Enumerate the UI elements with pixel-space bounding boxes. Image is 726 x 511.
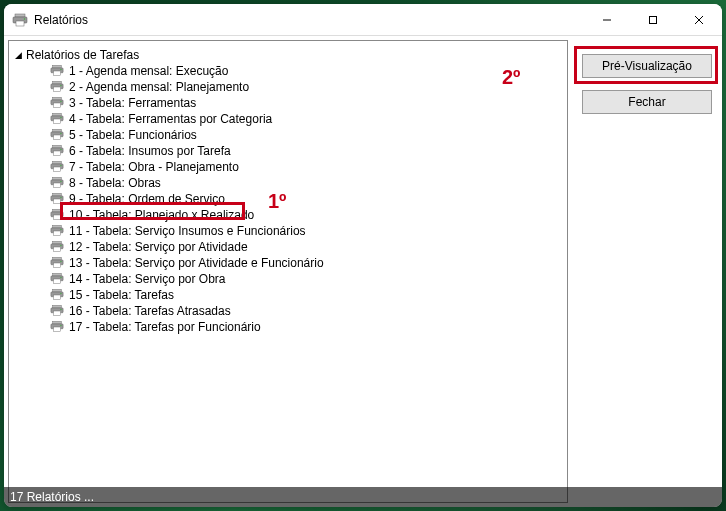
svg-rect-60 <box>53 273 62 276</box>
maximize-button[interactable] <box>630 4 676 36</box>
svg-rect-52 <box>53 241 62 244</box>
svg-rect-14 <box>54 87 61 91</box>
tree-item-label: 9 - Tabela: Ordem de Serviço <box>69 192 225 207</box>
tree-item-label: 5 - Tabela: Funcionários <box>69 128 197 143</box>
close-dialog-button[interactable]: Fechar <box>582 90 712 114</box>
svg-rect-30 <box>54 151 61 155</box>
svg-rect-64 <box>53 289 62 292</box>
chevron-down-icon[interactable]: ◢ <box>15 50 22 60</box>
preview-button[interactable]: Pré-Visualização <box>582 54 712 78</box>
annotation-step2-label: 2º <box>502 66 520 89</box>
svg-point-19 <box>60 101 61 102</box>
svg-rect-58 <box>54 263 61 267</box>
tree-item-label: 7 - Tabela: Obra - Planejamento <box>69 160 239 175</box>
tree-item-label: 11 - Tabela: Serviço Insumos e Funcionár… <box>69 224 306 239</box>
svg-point-59 <box>60 261 61 262</box>
svg-rect-20 <box>53 113 62 116</box>
tree-item[interactable]: 16 - Tabela: Tarefas Atrasadas <box>47 303 563 319</box>
tree-item[interactable]: 6 - Tabela: Insumos por Tarefa <box>47 143 563 159</box>
svg-point-55 <box>60 245 61 246</box>
svg-rect-2 <box>16 21 24 26</box>
svg-point-67 <box>60 293 61 294</box>
printer-icon <box>49 208 65 222</box>
svg-rect-62 <box>54 279 61 283</box>
svg-rect-54 <box>54 247 61 251</box>
svg-rect-66 <box>54 295 61 299</box>
svg-point-47 <box>60 213 61 214</box>
tree-item[interactable]: 13 - Tabela: Serviço por Atividade e Fun… <box>47 255 563 271</box>
tree-item[interactable]: 7 - Tabela: Obra - Planejamento <box>47 159 563 175</box>
svg-rect-44 <box>53 209 62 212</box>
svg-rect-42 <box>54 199 61 203</box>
svg-rect-18 <box>54 103 61 107</box>
svg-rect-72 <box>53 321 62 324</box>
report-window: Relatórios ◢ Relatórios de Tarefas 1 - A… <box>4 4 722 507</box>
svg-rect-36 <box>53 177 62 180</box>
tree-item[interactable]: 5 - Tabela: Funcionários <box>47 127 563 143</box>
tree-item[interactable]: 8 - Tabela: Obras <box>47 175 563 191</box>
svg-point-39 <box>60 181 61 182</box>
printer-icon <box>49 160 65 174</box>
svg-point-27 <box>60 133 61 134</box>
svg-rect-70 <box>54 311 61 315</box>
tree-item[interactable]: 2 - Agenda mensal: Planejamento <box>47 79 563 95</box>
svg-rect-22 <box>54 119 61 123</box>
window-title: Relatórios <box>34 13 88 27</box>
tree-item[interactable]: 3 - Tabela: Ferramentas <box>47 95 563 111</box>
tree-item-label: 16 - Tabela: Tarefas Atrasadas <box>69 304 231 319</box>
svg-rect-8 <box>53 65 62 68</box>
tree-item[interactable]: 15 - Tabela: Tarefas <box>47 287 563 303</box>
tree-item[interactable]: 11 - Tabela: Serviço Insumos e Funcionár… <box>47 223 563 239</box>
svg-rect-68 <box>53 305 62 308</box>
svg-rect-46 <box>54 215 61 219</box>
tree-item-label: 13 - Tabela: Serviço por Atividade e Fun… <box>69 256 324 271</box>
printer-icon <box>49 240 65 254</box>
tree-item[interactable]: 1 - Agenda mensal: Execução <box>47 63 563 79</box>
statusbar: 17 Relatórios ... <box>4 487 722 507</box>
printer-icon <box>49 112 65 126</box>
report-tree[interactable]: ◢ Relatórios de Tarefas 1 - Agenda mensa… <box>8 40 568 503</box>
svg-point-11 <box>60 69 61 70</box>
svg-rect-56 <box>53 257 62 260</box>
svg-point-35 <box>60 165 61 166</box>
tree-item[interactable]: 17 - Tabela: Tarefas por Funcionário <box>47 319 563 335</box>
svg-rect-16 <box>53 97 62 100</box>
printer-icon <box>49 256 65 270</box>
close-button[interactable] <box>676 4 722 36</box>
svg-point-75 <box>60 325 61 326</box>
minimize-button[interactable] <box>584 4 630 36</box>
printer-icon <box>49 96 65 110</box>
tree-item-label: 12 - Tabela: Serviço por Atividade <box>69 240 248 255</box>
svg-point-51 <box>60 229 61 230</box>
svg-rect-34 <box>54 167 61 171</box>
tree-item-label: 4 - Tabela: Ferramentas por Categoria <box>69 112 272 127</box>
svg-rect-40 <box>53 193 62 196</box>
window-controls <box>584 4 722 36</box>
tree-item-label: 1 - Agenda mensal: Execução <box>69 64 228 79</box>
tree-item[interactable]: 4 - Tabela: Ferramentas por Categoria <box>47 111 563 127</box>
svg-rect-10 <box>54 71 61 75</box>
tree-item[interactable]: 9 - Tabela: Ordem de Serviço <box>47 191 563 207</box>
printer-icon <box>49 64 65 78</box>
tree-item[interactable]: 10 - Tabela: Planejado x Realizado <box>47 207 563 223</box>
svg-rect-48 <box>53 225 62 228</box>
printer-icon <box>49 176 65 190</box>
printer-icon <box>49 224 65 238</box>
tree-item-label: 8 - Tabela: Obras <box>69 176 161 191</box>
tree-item[interactable]: 14 - Tabela: Serviço por Obra <box>47 271 563 287</box>
printer-icon <box>49 144 65 158</box>
svg-rect-24 <box>53 129 62 132</box>
svg-point-31 <box>60 149 61 150</box>
printer-icon <box>49 272 65 286</box>
tree-item-label: 17 - Tabela: Tarefas por Funcionário <box>69 320 261 335</box>
svg-rect-26 <box>54 135 61 139</box>
tree-item-label: 2 - Agenda mensal: Planejamento <box>69 80 249 95</box>
right-pane: Pré-Visualização Fechar <box>572 36 722 507</box>
printer-icon <box>12 12 28 28</box>
svg-rect-38 <box>54 183 61 187</box>
svg-point-15 <box>60 85 61 86</box>
tree-root[interactable]: ◢ Relatórios de Tarefas <box>13 47 563 63</box>
tree-item[interactable]: 12 - Tabela: Serviço por Atividade <box>47 239 563 255</box>
svg-point-71 <box>60 309 61 310</box>
svg-rect-0 <box>15 14 25 17</box>
